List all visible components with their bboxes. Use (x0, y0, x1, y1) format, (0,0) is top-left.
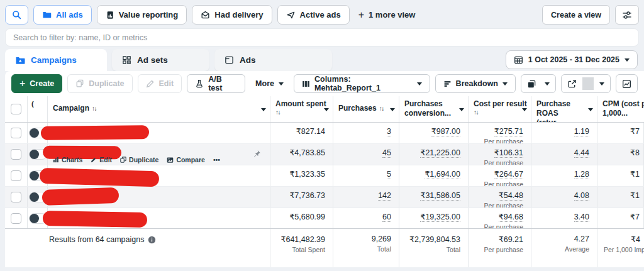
tab-label: Ad sets (137, 55, 168, 65)
cost-per-result-cell: ₹94.68Per purchase (469, 208, 531, 228)
views-settings-button[interactable] (615, 5, 639, 25)
filter-search-input[interactable] (5, 28, 639, 47)
purchases-cell: 3 (333, 123, 399, 143)
create-button[interactable]: + Create (11, 74, 62, 93)
row-hover-toolbar: Charts Edit Duplicate Compare ••• (53, 156, 220, 163)
row-checkbox[interactable] (11, 128, 21, 138)
row-more-button[interactable]: ••• (213, 156, 220, 163)
view-bar: All ads Value reporting Had delivery Act… (5, 5, 639, 25)
one-more-view-label: 1 more view (369, 10, 415, 19)
toggle-knob (30, 171, 39, 180)
export-split-button (561, 74, 611, 93)
ab-test-button[interactable]: A/B test (187, 74, 245, 93)
cpm-cell: ₹7 (597, 208, 644, 228)
view-pill-label: Had delivery (214, 10, 263, 19)
row-checkbox[interactable] (11, 170, 21, 181)
pin-icon[interactable] (253, 150, 261, 158)
row-checkbox[interactable] (11, 213, 21, 224)
view-pill-label: Active ads (300, 10, 341, 19)
date-range-button[interactable]: 1 Oct 2025 - 31 Dec 2025 (506, 50, 638, 69)
roas-cell: 1.19 (531, 123, 597, 143)
trend-chart-icon (622, 79, 631, 89)
tab-ad-sets[interactable]: Ad sets (112, 49, 209, 71)
amount-spent-cell: ₹4,783.85 (270, 144, 333, 165)
plus-icon: + (19, 79, 25, 89)
tab-label: Ads (240, 55, 256, 65)
tab-campaigns[interactable]: Campaigns (5, 49, 107, 71)
column-menu-caret[interactable] (390, 108, 395, 111)
cost-per-result-column-header[interactable]: Cost per result ↑↓ (469, 96, 531, 122)
column-menu-caret[interactable] (324, 108, 329, 111)
purchase-roas-column-header[interactable]: Purchase ROAS (retur... (531, 96, 597, 122)
table-row[interactable]: ₹7,736.73 142 ₹31,586.05 ₹54.48Per purch… (5, 187, 644, 208)
breakdown-button[interactable]: Breakdown (435, 74, 516, 93)
one-more-view-button[interactable]: + 1 more view (358, 10, 416, 20)
report-icon (106, 11, 114, 19)
export-button[interactable] (562, 75, 582, 92)
envelope-icon (201, 10, 210, 19)
cpm-cell: ₹8 (597, 144, 644, 165)
campaign-column-header[interactable]: Campaign↑↓ (48, 96, 270, 122)
view-pill-had-delivery[interactable]: Had delivery (192, 5, 272, 25)
view-pill-value-reporting[interactable]: Value reporting (97, 5, 187, 25)
toggle-knob (30, 214, 39, 223)
breakdown-icon (443, 80, 452, 88)
ab-test-label: A/B test (208, 75, 237, 92)
duplicate-button[interactable]: Duplicate (67, 74, 132, 93)
view-pill-all-ads[interactable]: All ads (33, 5, 92, 25)
results-count-label: Results from 64 campaigns (49, 235, 144, 244)
roas-cell: 4.44 (531, 144, 597, 165)
table-row[interactable]: ₹4,783.85 45 ₹21,225.00 ₹106.31Per purch… (5, 144, 644, 165)
chevron-down-icon (599, 82, 604, 86)
campaigns-panel: + Create Duplicate Edit A/B test More (5, 71, 644, 267)
avg-cpm: ₹4Per 1,000 Impre (597, 229, 644, 267)
row-duplicate-button[interactable]: Duplicate (120, 156, 158, 163)
more-button[interactable]: More (250, 74, 289, 93)
charts-panel-button[interactable] (616, 74, 638, 93)
row-compare-button[interactable]: Compare (167, 156, 205, 163)
search-views-button[interactable] (5, 5, 28, 25)
toggle-knob (30, 192, 39, 202)
breakdown-label: Breakdown (456, 79, 498, 88)
columns-label: Columns: Mehtab_Report_1 (314, 75, 413, 92)
edit-button[interactable]: Edit (138, 74, 182, 93)
pencil-icon (91, 157, 97, 163)
columns-button[interactable]: Columns: Mehtab_Report_1 (294, 74, 430, 93)
cpm-column-header[interactable]: CPM (cost pe 1,000... (597, 96, 644, 122)
redacted-campaign-name (43, 211, 147, 228)
purchases-cell: 5 (333, 165, 399, 186)
toggle-column-header: ( (28, 96, 48, 122)
view-pill-active-ads[interactable]: Active ads (277, 5, 350, 25)
reports-button[interactable] (521, 74, 556, 93)
select-all-checkbox[interactable] (11, 104, 21, 114)
avg-roas: 4.27Average (531, 229, 597, 267)
info-icon[interactable] (148, 236, 156, 244)
cost-per-result-cell: ₹275.71Per purchase (469, 123, 531, 143)
create-a-view-button[interactable]: Create a view (542, 5, 610, 25)
header-label: 1,000... (602, 109, 633, 118)
column-menu-caret[interactable] (588, 108, 593, 111)
column-menu-caret[interactable] (522, 108, 527, 111)
export-options-button[interactable] (594, 75, 610, 92)
column-menu-caret[interactable] (261, 108, 266, 111)
row-checkbox[interactable] (11, 149, 21, 160)
toggle-header-label: ( (31, 100, 34, 108)
table-row[interactable]: ₹5,680.99 60 ₹19,325.00 ₹94.68Per purcha… (5, 208, 644, 228)
amount-spent-column-header[interactable]: Amount spent ↑↓ (270, 96, 333, 122)
purchases-column-header[interactable]: Purchases↑↓ (333, 96, 399, 122)
send-icon (286, 10, 296, 19)
roas-cell: 1.28 (531, 165, 597, 186)
column-menu-caret[interactable] (459, 108, 464, 111)
header-label: Campaign (53, 104, 89, 113)
row-select-cell (5, 187, 28, 207)
amount-spent-cell: ₹827.14 (270, 123, 333, 143)
sliders-icon (622, 10, 632, 20)
row-edit-button[interactable]: Edit (91, 156, 112, 163)
row-select-cell (5, 208, 28, 228)
tab-ads[interactable]: Ads (214, 49, 332, 71)
row-checkbox[interactable] (11, 192, 21, 202)
table-row[interactable]: ₹1,323.35 5 ₹1,694.00 ₹264.67Per purchas… (5, 165, 644, 187)
purchases-conversion-column-header[interactable]: Purchases conversion... (399, 96, 469, 122)
table-row[interactable]: ₹827.14 3 ₹987.00 ₹275.71Per purchase 1.… (5, 123, 644, 144)
row-charts-button[interactable]: Charts (53, 156, 82, 163)
